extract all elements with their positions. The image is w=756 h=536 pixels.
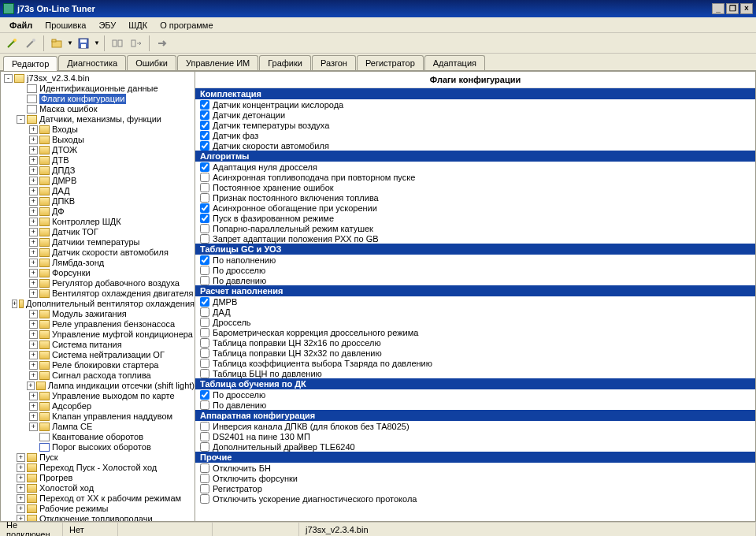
tab-Ошибки[interactable]: Ошибки bbox=[127, 55, 176, 70]
tab-Управление ИМ[interactable]: Управление ИМ bbox=[177, 55, 258, 70]
menu-Файл[interactable]: Файл bbox=[3, 19, 39, 32]
tree-item[interactable]: +ДПДЗ bbox=[1, 166, 195, 176]
flag-checkbox[interactable] bbox=[200, 100, 209, 110]
flag-checkbox[interactable] bbox=[200, 276, 209, 285]
flag-checkbox[interactable] bbox=[200, 224, 209, 233]
tree-item[interactable]: -j73sx_v2.3.4.bin bbox=[1, 73, 195, 84]
tree-item[interactable]: +Датчик скорости автомобиля bbox=[1, 248, 195, 258]
tree-item[interactable]: +Регулятор добавочного воздуха bbox=[1, 278, 195, 288]
menu-ЭБУ[interactable]: ЭБУ bbox=[92, 19, 122, 32]
tab-Регистратор[interactable]: Регистратор bbox=[357, 55, 424, 70]
flag-checkbox[interactable] bbox=[200, 234, 209, 244]
flag-checkbox[interactable] bbox=[200, 484, 209, 493]
tree-item[interactable]: +Переход от ХХ к рабочим режимам bbox=[1, 493, 195, 504]
expand-icon[interactable]: + bbox=[29, 361, 38, 370]
expand-icon[interactable]: + bbox=[29, 392, 38, 400]
flag-checkbox[interactable] bbox=[200, 183, 209, 192]
tree-item[interactable]: +Датчики температуры bbox=[1, 237, 195, 248]
tree-item[interactable]: +Система нейтрализации ОГ bbox=[1, 350, 195, 360]
tree-item[interactable]: +Пуск bbox=[1, 452, 195, 463]
tab-Графики[interactable]: Графики bbox=[259, 55, 311, 70]
open-dropdown-icon[interactable]: ▼ bbox=[67, 39, 73, 47]
tree-item[interactable]: +ДТОЖ bbox=[1, 145, 195, 155]
expand-icon[interactable]: + bbox=[29, 156, 38, 165]
menu-ШДК[interactable]: ШДК bbox=[122, 19, 154, 32]
tree-item[interactable]: +Дополнительный вентилятор охлаждения bbox=[1, 299, 195, 309]
flag-checkbox[interactable] bbox=[200, 318, 209, 327]
flag-checkbox[interactable] bbox=[200, 141, 209, 151]
expand-icon[interactable]: + bbox=[29, 269, 38, 277]
expand-icon[interactable]: + bbox=[29, 248, 38, 257]
tree-item[interactable]: Маска ошибок bbox=[1, 104, 195, 114]
tree-item[interactable]: +Лямбда-зонд bbox=[1, 258, 195, 268]
tree-item[interactable]: +Датчик ТОГ bbox=[1, 227, 195, 237]
flag-checkbox[interactable] bbox=[200, 390, 209, 400]
tree-item[interactable]: +Холостой ход bbox=[1, 483, 195, 493]
tree-item[interactable]: +Переход Пуск - Холостой ход bbox=[1, 463, 195, 473]
menu-Прошивка[interactable]: Прошивка bbox=[39, 19, 92, 32]
expand-icon[interactable]: + bbox=[29, 330, 38, 339]
tree-item[interactable]: +Клапан управления наддувом bbox=[1, 411, 195, 422]
tab-Разгон[interactable]: Разгон bbox=[312, 55, 356, 70]
expand-icon[interactable]: + bbox=[29, 289, 38, 298]
tree-item[interactable]: +Рабочие режимы bbox=[1, 504, 195, 514]
save-dropdown-icon[interactable]: ▼ bbox=[94, 39, 100, 47]
expand-icon[interactable]: + bbox=[29, 279, 38, 288]
tree-item[interactable]: +Входы bbox=[1, 125, 195, 135]
expand-icon[interactable]: + bbox=[27, 382, 35, 390]
tree-item[interactable]: +Вентилятор охлаждения двигателя bbox=[1, 288, 195, 299]
open-icon[interactable] bbox=[48, 35, 65, 52]
tree-item[interactable]: -Датчики, механизмы, функции bbox=[1, 114, 195, 125]
save-icon[interactable] bbox=[75, 35, 92, 52]
flag-checkbox[interactable] bbox=[200, 432, 209, 441]
expand-icon[interactable]: + bbox=[29, 207, 38, 216]
tree-item[interactable]: +ДПКВ bbox=[1, 196, 195, 207]
tab-Редактор[interactable]: Редактор bbox=[3, 56, 57, 71]
close-button[interactable]: × bbox=[740, 3, 753, 14]
tool-arrow-icon[interactable] bbox=[154, 35, 171, 52]
expand-icon[interactable]: + bbox=[17, 453, 25, 462]
tree-item[interactable]: +ДФ bbox=[1, 207, 195, 217]
tree-item[interactable]: +Прогрев bbox=[1, 473, 195, 483]
tab-Диагностика[interactable]: Диагностика bbox=[58, 55, 126, 70]
expand-icon[interactable]: + bbox=[29, 125, 38, 134]
tree-item[interactable]: +ДМРВ bbox=[1, 176, 195, 186]
flag-checkbox[interactable] bbox=[200, 266, 209, 275]
flag-checkbox[interactable] bbox=[200, 255, 209, 265]
expand-icon[interactable]: + bbox=[17, 463, 25, 472]
tool-wand-icon[interactable] bbox=[3, 35, 20, 52]
tree-item[interactable]: Квантование оборотов bbox=[1, 432, 195, 442]
tree-item[interactable]: Идентификационные данные bbox=[1, 84, 195, 94]
expand-icon[interactable]: + bbox=[17, 494, 25, 503]
flag-checkbox[interactable] bbox=[200, 297, 209, 307]
flag-checkbox[interactable] bbox=[200, 203, 209, 213]
tree-item[interactable]: +Контроллер ШДК bbox=[1, 217, 195, 227]
expand-icon[interactable]: + bbox=[29, 187, 38, 195]
expand-icon[interactable]: + bbox=[29, 166, 38, 175]
menu-О программе[interactable]: О программе bbox=[154, 19, 219, 32]
tool-export-icon[interactable] bbox=[128, 35, 145, 52]
tree-item[interactable]: +Управление выходом по карте bbox=[1, 391, 195, 401]
tree-item[interactable]: +Адсорбер bbox=[1, 401, 195, 411]
flag-checkbox[interactable] bbox=[200, 400, 209, 410]
expand-icon[interactable]: + bbox=[29, 422, 38, 431]
tree-item[interactable]: +Система питания bbox=[1, 340, 195, 350]
flag-checkbox[interactable] bbox=[200, 348, 209, 358]
flag-checkbox[interactable] bbox=[200, 193, 209, 203]
expand-icon[interactable]: + bbox=[29, 197, 38, 206]
flag-checkbox[interactable] bbox=[200, 162, 209, 172]
restore-button[interactable]: ❐ bbox=[726, 3, 739, 14]
expand-icon[interactable]: + bbox=[29, 177, 38, 185]
expand-icon[interactable]: + bbox=[29, 320, 38, 329]
flag-checkbox[interactable] bbox=[200, 328, 209, 337]
tree-item[interactable]: +Управление муфтой кондиционера bbox=[1, 329, 195, 340]
flag-checkbox[interactable] bbox=[200, 121, 209, 130]
flag-checkbox[interactable] bbox=[200, 131, 209, 140]
expand-icon[interactable]: + bbox=[29, 218, 38, 226]
flag-checkbox[interactable] bbox=[200, 307, 209, 317]
expand-icon[interactable]: + bbox=[29, 310, 38, 318]
tree-item[interactable]: +Лампа СЕ bbox=[1, 422, 195, 432]
flag-checkbox[interactable] bbox=[200, 422, 209, 431]
tree-item[interactable]: +Лампа индикации отсечки (shift light) bbox=[1, 381, 195, 391]
flag-checkbox[interactable] bbox=[200, 173, 209, 182]
